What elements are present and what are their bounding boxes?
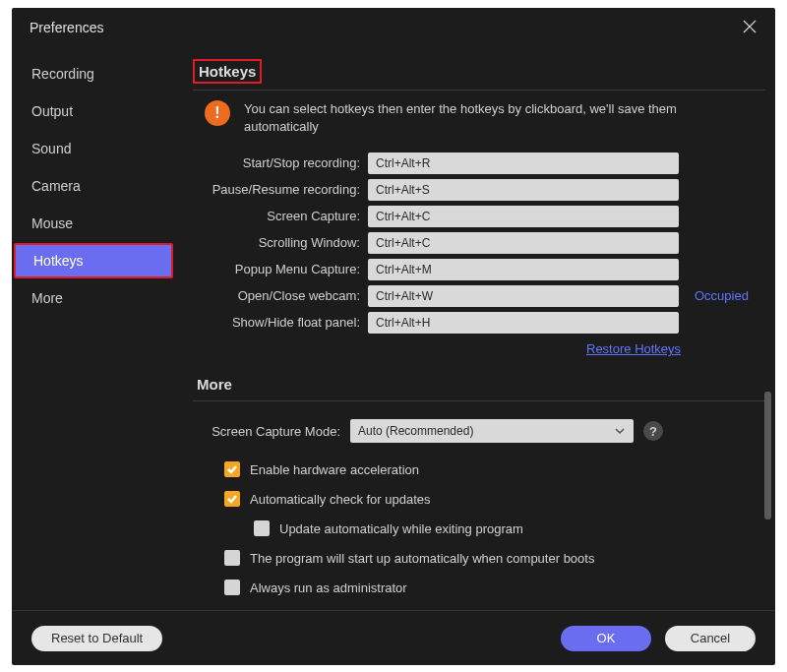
divider (193, 90, 765, 91)
restore-hotkeys-link[interactable]: Restore Hotkeys (193, 341, 765, 356)
hotkey-input-float-panel[interactable] (368, 312, 679, 334)
chevron-down-icon (614, 425, 626, 437)
hotkey-row: Scrolling Window: (193, 229, 765, 256)
checkbox-row: Enable hardware acceleration (193, 455, 765, 484)
preferences-window: Preferences Recording Output Sound Camer… (12, 8, 775, 665)
sidebar-item-label: Recording (31, 66, 94, 82)
sidebar-item-label: Sound (31, 141, 71, 156)
hotkey-row: Open/Close webcam: Occupied (193, 282, 765, 309)
window-title: Preferences (30, 20, 103, 35)
divider (193, 400, 765, 401)
hotkey-input-popup-menu[interactable] (368, 259, 679, 280)
hotkeys-section: Hotkeys ! You can select hotkeys then en… (193, 59, 765, 356)
sidebar-item-recording[interactable]: Recording (14, 56, 173, 92)
hotkey-row: Show/Hide float panel: (193, 309, 765, 336)
mode-label: Screen Capture Mode: (193, 424, 340, 439)
checkbox-label: Always run as administrator (250, 580, 407, 595)
sidebar-item-mouse[interactable]: Mouse (14, 206, 173, 241)
checkbox-auto-updates[interactable] (224, 491, 240, 507)
footer: Reset to Default OK Cancel (12, 610, 775, 665)
checkbox-row: The program will start up automatically … (193, 543, 765, 573)
checkbox-label: Update automatically while exiting progr… (279, 521, 523, 536)
hotkey-row: Start/Stop recording: (193, 150, 765, 176)
titlebar: Preferences (12, 8, 775, 47)
checkbox-label: Enable hardware acceleration (250, 462, 419, 477)
checkbox-label: The program will start up automatically … (250, 551, 594, 566)
help-icon[interactable]: ? (643, 421, 663, 441)
sidebar-item-sound[interactable]: Sound (14, 131, 173, 166)
sidebar-item-more[interactable]: More (14, 280, 173, 316)
checkbox-row: Automatically check for updates (193, 484, 765, 514)
checkbox-label: Automatically check for updates (250, 492, 431, 507)
close-icon[interactable] (742, 19, 757, 37)
hotkey-label: Popup Menu Capture: (193, 262, 360, 276)
checkbox-update-on-exit[interactable] (254, 520, 270, 536)
hotkey-input-screen-capture[interactable] (368, 206, 679, 227)
hotkey-input-start-stop[interactable] (368, 153, 679, 174)
info-text: You can select hotkeys then enter the ho… (244, 100, 765, 136)
main-panel: Hotkeys ! You can select hotkeys then en… (181, 47, 775, 610)
hotkey-row: Popup Menu Capture: (193, 256, 765, 282)
sidebar-item-label: Camera (31, 178, 81, 194)
mode-row: Screen Capture Mode: Auto (Recommended) … (193, 419, 765, 443)
section-title-more: More (193, 374, 236, 395)
alert-icon: ! (205, 100, 230, 126)
sidebar-item-label: Hotkeys (33, 253, 84, 269)
ok-button[interactable]: OK (561, 626, 651, 651)
scrollbar[interactable] (764, 392, 771, 519)
checkbox-row: Update automatically while exiting progr… (193, 514, 765, 543)
info-row: ! You can select hotkeys then enter the … (193, 100, 765, 136)
hotkey-input-scrolling-window[interactable] (368, 232, 679, 254)
hotkey-label: Pause/Resume recording: (193, 182, 360, 197)
hotkey-row: Screen Capture: (193, 203, 765, 229)
select-value: Auto (Recommended) (358, 424, 473, 438)
cancel-button[interactable]: Cancel (665, 626, 756, 651)
checkbox-admin[interactable] (224, 580, 240, 595)
hotkey-label: Screen Capture: (193, 209, 360, 223)
screen-capture-mode-select[interactable]: Auto (Recommended) (350, 419, 634, 443)
sidebar: Recording Output Sound Camera Mouse Hotk… (14, 47, 181, 610)
hotkey-label: Scrolling Window: (193, 235, 360, 250)
hotkey-label: Show/Hide float panel: (193, 315, 360, 330)
hotkey-input-pause-resume[interactable] (368, 179, 679, 201)
hotkey-label: Open/Close webcam: (193, 288, 360, 303)
hotkey-status: Occupied (695, 288, 749, 303)
more-section: More Screen Capture Mode: Auto (Recommen… (193, 374, 765, 610)
sidebar-item-hotkeys[interactable]: Hotkeys (14, 243, 173, 278)
body: Recording Output Sound Camera Mouse Hotk… (12, 47, 775, 610)
hotkey-row: Pause/Resume recording: (193, 176, 765, 203)
checkbox-startup[interactable] (224, 550, 240, 566)
footer-right: OK Cancel (561, 626, 756, 651)
sidebar-item-camera[interactable]: Camera (14, 168, 173, 204)
checkbox-row: Always run as administrator (193, 573, 765, 602)
sidebar-item-label: More (31, 290, 63, 306)
hotkey-label: Start/Stop recording: (193, 155, 360, 170)
checkbox-hardware-accel[interactable] (224, 461, 240, 477)
hotkey-input-webcam[interactable] (368, 285, 679, 307)
sidebar-item-label: Mouse (31, 215, 73, 231)
sidebar-item-label: Output (31, 103, 73, 119)
sidebar-item-output[interactable]: Output (14, 93, 173, 129)
section-title-hotkeys: Hotkeys (193, 59, 262, 84)
reset-to-default-button[interactable]: Reset to Default (31, 626, 162, 651)
